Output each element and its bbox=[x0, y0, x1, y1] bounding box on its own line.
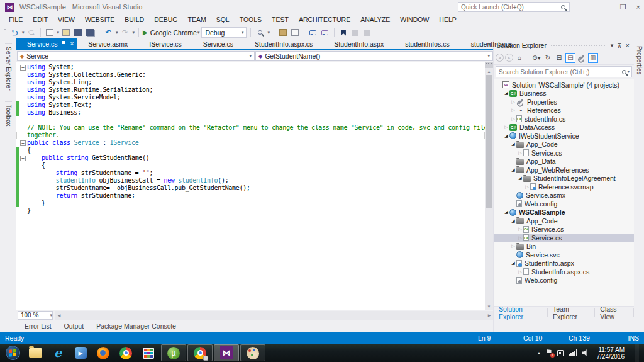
menu-item-build[interactable]: BUILD bbox=[119, 16, 149, 23]
vertical-scrollbar[interactable]: ▲ ▼ bbox=[485, 62, 493, 310]
code-line[interactable]: // NOTE: You can use the "Rename" comman… bbox=[16, 124, 485, 132]
code-line[interactable]: using System.Collections.Generic; bbox=[16, 71, 485, 79]
code-line[interactable]: using Business; bbox=[16, 109, 485, 116]
redo-button[interactable]: ↷ bbox=[120, 27, 130, 38]
code-line[interactable]: together. bbox=[16, 132, 485, 139]
comment-button[interactable] bbox=[308, 27, 318, 38]
tree-item[interactable]: ▷C#studentInfo.cs bbox=[494, 115, 634, 123]
menu-item-edit[interactable]: EDIT bbox=[28, 16, 53, 23]
member-select[interactable]: ◆ GetStudentName() ▾ bbox=[255, 51, 493, 61]
taskbar-button-chrome-profile[interactable] bbox=[187, 344, 213, 361]
code-line[interactable]: } bbox=[16, 207, 485, 215]
fold-margin[interactable]: − bbox=[19, 139, 27, 147]
start-debug-button[interactable]: ▶ Google Chrome ▾ bbox=[143, 27, 199, 38]
explorer-tab-solution-explorer[interactable]: Solution Explorer bbox=[494, 308, 548, 317]
document-tab[interactable]: Service.asmx bbox=[77, 38, 138, 49]
code-line[interactable]: using System.Linq; bbox=[16, 79, 485, 86]
solution-search-input[interactable] bbox=[496, 69, 622, 76]
pin-icon[interactable]: ⊼ bbox=[615, 42, 623, 49]
undo-button[interactable]: ↶ bbox=[103, 27, 113, 38]
code-line[interactable]: using System.ServiceModel; bbox=[16, 94, 485, 101]
menu-item-view[interactable]: VIEW bbox=[53, 16, 80, 23]
panel-tab-package-manager-console[interactable]: Package Manager Console bbox=[91, 322, 182, 330]
code-line[interactable]: using System.Text; bbox=[16, 101, 485, 109]
start-button[interactable] bbox=[1, 344, 24, 361]
panel-close-icon[interactable]: × bbox=[624, 42, 631, 49]
tree-item[interactable]: ▷Bin bbox=[494, 242, 634, 251]
tree-item[interactable]: ▷C#IService.cs bbox=[494, 225, 634, 234]
show-desktop-button[interactable] bbox=[635, 344, 639, 362]
search-dropdown-icon[interactable]: ▾ bbox=[627, 69, 630, 74]
document-tab[interactable]: StudentInfo.aspx bbox=[323, 38, 394, 49]
taskbar-button-firefox[interactable] bbox=[92, 344, 114, 361]
expanded-arrow-icon[interactable]: ◢ bbox=[510, 142, 516, 147]
tree-item[interactable]: ◢StudentInfo.aspx bbox=[494, 259, 634, 268]
attach-to-process-button[interactable] bbox=[278, 27, 288, 38]
windows-update-icon[interactable] bbox=[557, 350, 564, 356]
collapsed-arrow-icon[interactable]: ▷ bbox=[524, 184, 530, 189]
collapse-icon[interactable]: − bbox=[20, 156, 26, 161]
expanded-arrow-icon[interactable]: ◢ bbox=[510, 261, 516, 266]
tree-item[interactable]: ◢C#Business bbox=[494, 89, 634, 98]
redo-dropdown-icon[interactable]: ▾ bbox=[133, 30, 135, 35]
code-line[interactable]: studentInfo objBusinessCall = new studen… bbox=[16, 177, 485, 184]
document-tab[interactable]: studentInfos.cs bbox=[394, 38, 460, 49]
navigate-forward-icon[interactable]: ▸ bbox=[505, 54, 513, 62]
new-file-button[interactable] bbox=[45, 27, 55, 38]
uncomment-button[interactable] bbox=[320, 27, 330, 38]
code-line[interactable]: } bbox=[16, 200, 485, 207]
volume-icon[interactable] bbox=[582, 349, 589, 356]
menu-item-window[interactable]: WINDOW bbox=[395, 16, 434, 23]
scroll-left-icon[interactable]: ◀ bbox=[55, 313, 63, 317]
type-select[interactable]: ◆ Service ▾ bbox=[17, 51, 255, 61]
menu-item-website[interactable]: WEBSITE bbox=[80, 16, 119, 23]
quick-launch-input[interactable] bbox=[458, 4, 561, 11]
expanded-arrow-icon[interactable]: ◢ bbox=[510, 218, 516, 223]
code-line[interactable]: return strStudentname; bbox=[16, 192, 485, 200]
tool-window-tab-properties[interactable]: Properties bbox=[636, 43, 643, 77]
indent-button[interactable] bbox=[350, 27, 360, 38]
code-line[interactable]: −public class Service : IService bbox=[16, 139, 485, 147]
collapsed-arrow-icon[interactable]: ▷ bbox=[510, 99, 516, 105]
menu-item-debug[interactable]: DEBUG bbox=[149, 16, 182, 23]
quick-launch-box[interactable] bbox=[458, 2, 570, 12]
scroll-right-icon[interactable]: ▶ bbox=[486, 313, 493, 317]
minimize-button[interactable]: – bbox=[606, 3, 610, 11]
tree-item[interactable]: ◢App_Code bbox=[494, 217, 634, 225]
document-outline-button[interactable] bbox=[290, 27, 300, 38]
code-line[interactable]: using System.Runtime.Serialization; bbox=[16, 86, 485, 94]
panel-tab-error-list[interactable]: Error List bbox=[19, 322, 57, 330]
panel-tab-output[interactable]: Output bbox=[58, 322, 90, 330]
code-line[interactable]: − public string GetStudentName() bbox=[16, 154, 485, 162]
solution-configuration-select[interactable]: Debug ▾ bbox=[201, 27, 247, 38]
navigate-forward-button[interactable]: ⮎ bbox=[26, 27, 36, 38]
save-all-button[interactable] bbox=[85, 27, 95, 38]
tree-item[interactable]: ▷Properties bbox=[494, 98, 634, 106]
taskbar-button-chrome[interactable] bbox=[114, 344, 137, 361]
code-line[interactable] bbox=[16, 116, 485, 124]
menu-item-help[interactable]: HELP bbox=[434, 16, 461, 23]
scroll-down-icon[interactable]: ▼ bbox=[485, 303, 493, 310]
tree-item[interactable]: Service.asmx bbox=[494, 191, 634, 200]
tool-window-tab-toolbox[interactable]: Toolbox bbox=[5, 101, 12, 128]
menu-item-architecture[interactable]: ARCHITECTURE bbox=[294, 16, 355, 23]
document-tab[interactable]: Service.cs× bbox=[16, 38, 77, 49]
collapsed-arrow-icon[interactable]: ▷ bbox=[510, 116, 516, 122]
fold-margin[interactable]: − bbox=[19, 64, 27, 71]
refresh-icon[interactable]: ↻ bbox=[543, 53, 553, 63]
open-file-button[interactable] bbox=[61, 27, 71, 38]
expanded-arrow-icon[interactable]: ◢ bbox=[503, 210, 509, 215]
collapsed-arrow-icon[interactable]: ▷ bbox=[517, 269, 523, 274]
tree-item[interactable]: App_Data bbox=[494, 157, 634, 166]
wrench-icon[interactable] bbox=[577, 53, 587, 63]
menu-item-file[interactable]: FILE bbox=[4, 16, 28, 23]
collapsed-arrow-icon[interactable]: ▷ bbox=[517, 227, 523, 232]
tree-item[interactable]: ◢StudentInfoLegelAgreement bbox=[494, 174, 634, 183]
menu-item-sql[interactable]: SQL bbox=[211, 16, 235, 23]
tool-window-tab-server-explorer[interactable]: Server Explorer bbox=[5, 43, 12, 93]
tree-item[interactable]: ◢WSCallSample bbox=[494, 208, 634, 217]
navigate-backward-button[interactable]: ⮌ bbox=[9, 27, 19, 38]
taskbar-button-utorrent[interactable]: µ bbox=[161, 344, 186, 361]
toolbar-grip[interactable] bbox=[4, 28, 6, 37]
code-line[interactable]: string strStudentname = ""; bbox=[16, 169, 485, 177]
